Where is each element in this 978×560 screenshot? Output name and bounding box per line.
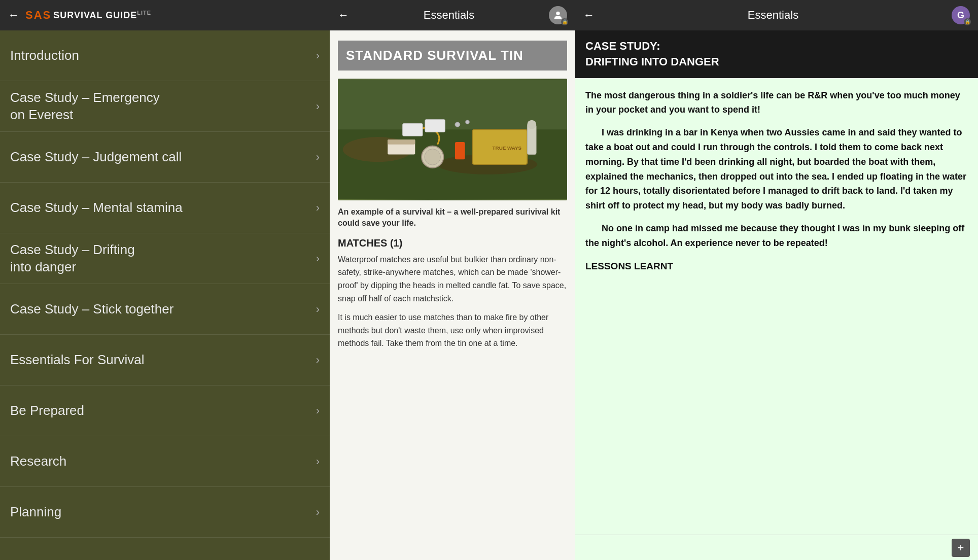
sidebar-item-label: Introduction	[10, 47, 79, 64]
sidebar-item-label: Case Study – Driftinginto danger	[10, 241, 135, 276]
avatar-letter: G	[957, 10, 964, 21]
case-paragraph-3: No one in camp had missed me because the…	[585, 221, 968, 251]
chevron-right-icon: ›	[316, 303, 320, 316]
sidebar-item-introduction[interactable]: Introduction ›	[0, 30, 330, 81]
image-caption: An example of a survival kit – a well-pr…	[338, 206, 567, 229]
sidebar-item-case-study-judgement[interactable]: Case Study – Judgement call ›	[0, 132, 330, 183]
section-title: STANDARD SURVIVAL TIN	[346, 48, 559, 63]
sidebar-item-case-study-stick[interactable]: Case Study – Stick together ›	[0, 284, 330, 335]
chevron-right-icon: ›	[316, 455, 320, 468]
left-panel: ← SAS SURVIVAL GUIDELITE Introduction › …	[0, 0, 330, 560]
middle-header: ← Essentials 🔒	[330, 0, 575, 30]
nav-list: Introduction › Case Study – Emergencyon …	[0, 30, 330, 560]
matches-paragraph-2: It is much easier to use matches than to…	[338, 311, 567, 350]
sidebar-item-essentials-for-survival[interactable]: Essentials For Survival ›	[0, 335, 330, 386]
case-study-content: The most dangerous thing in a soldier's …	[575, 78, 978, 535]
svg-rect-8	[388, 139, 415, 145]
sidebar-item-label: Be Prepared	[10, 402, 84, 419]
svg-point-10	[425, 149, 440, 165]
plus-button[interactable]: +	[952, 539, 970, 557]
case-paragraph-2: I was drinking in a bar in Kenya when tw…	[585, 125, 968, 213]
sidebar-item-label: Research	[10, 453, 66, 470]
logo-lite: LITE	[137, 10, 151, 16]
logo: SAS SURVIVAL GUIDELITE	[25, 9, 151, 22]
left-back-button[interactable]: ←	[8, 9, 19, 22]
case-study-title: CASE STUDY: DRIFTING INTO DANGER	[585, 39, 968, 70]
case-study-header: CASE STUDY: DRIFTING INTO DANGER	[575, 30, 978, 78]
logo-text: SURVIVAL GUIDELITE	[53, 10, 151, 21]
sidebar-item-label: Planning	[10, 504, 61, 521]
svg-point-0	[556, 12, 560, 15]
section-banner: STANDARD SURVIVAL TIN	[338, 41, 567, 71]
right-panel: ← Essentials G 🔒 CASE STUDY: DRIFTING IN…	[575, 0, 978, 560]
svg-rect-12	[403, 124, 423, 136]
svg-text:TRUE WAYS: TRUE WAYS	[493, 145, 522, 151]
sidebar-item-planning[interactable]: Planning ›	[0, 487, 330, 538]
user-icon[interactable]: 🔒	[549, 6, 567, 24]
survival-kit-image: TRUE WAYS	[338, 79, 567, 200]
chevron-right-icon: ›	[316, 506, 320, 519]
right-title: Essentials	[595, 9, 952, 22]
sidebar-item-label: Case Study – Emergencyon Everest	[10, 89, 160, 124]
svg-rect-13	[425, 120, 445, 132]
chevron-right-icon: ›	[316, 49, 320, 62]
sidebar-item-label: Case Study – Mental stamina	[10, 199, 183, 217]
middle-panel: ← Essentials 🔒 STANDARD SURVIVAL TIN	[330, 0, 575, 560]
user-avatar[interactable]: G 🔒	[952, 6, 970, 24]
chevron-right-icon: ›	[316, 201, 320, 215]
lessons-learnt-heading: LESSONS LEARNT	[585, 259, 968, 274]
sidebar-item-label: Case Study – Judgement call	[10, 149, 182, 166]
middle-content: STANDARD SURVIVAL TIN TRUE WAYS	[330, 30, 575, 560]
sidebar-item-case-study-mental[interactable]: Case Study – Mental stamina ›	[0, 183, 330, 233]
chevron-right-icon: ›	[316, 252, 320, 265]
sidebar-item-research[interactable]: Research ›	[0, 436, 330, 487]
middle-back-button[interactable]: ←	[338, 9, 349, 22]
chevron-right-icon: ›	[316, 354, 320, 367]
sidebar-item-be-prepared[interactable]: Be Prepared ›	[0, 386, 330, 436]
left-header: ← SAS SURVIVAL GUIDELITE	[0, 0, 330, 30]
right-back-button[interactable]: ←	[583, 9, 595, 22]
svg-point-15	[527, 120, 536, 129]
logo-sas: SAS	[25, 9, 51, 22]
sidebar-item-case-study-everest[interactable]: Case Study – Emergencyon Everest ›	[0, 81, 330, 132]
svg-point-17	[466, 120, 470, 124]
sidebar-item-label: Essentials For Survival	[10, 352, 144, 369]
chevron-right-icon: ›	[316, 100, 320, 113]
chevron-right-icon: ›	[316, 404, 320, 417]
lock-badge-right: 🔒	[964, 18, 971, 25]
matches-section: MATCHES (1) Waterproof matches are usefu…	[338, 237, 567, 350]
right-header: ← Essentials G 🔒	[575, 0, 978, 30]
chevron-right-icon: ›	[316, 151, 320, 164]
matches-heading: MATCHES (1)	[338, 237, 567, 249]
sidebar-item-label: Case Study – Stick together	[10, 301, 173, 318]
lock-badge: 🔒	[561, 18, 568, 25]
svg-rect-11	[455, 142, 465, 159]
right-footer: +	[575, 535, 978, 560]
case-paragraph-1: The most dangerous thing in a soldier's …	[585, 88, 968, 118]
middle-title: Essentials	[349, 9, 549, 22]
matches-paragraph-1: Waterproof matches are useful but bulkie…	[338, 253, 567, 305]
sidebar-item-case-study-drifting[interactable]: Case Study – Driftinginto danger ›	[0, 233, 330, 284]
svg-point-16	[455, 122, 460, 127]
image-placeholder: TRUE WAYS	[338, 79, 567, 200]
